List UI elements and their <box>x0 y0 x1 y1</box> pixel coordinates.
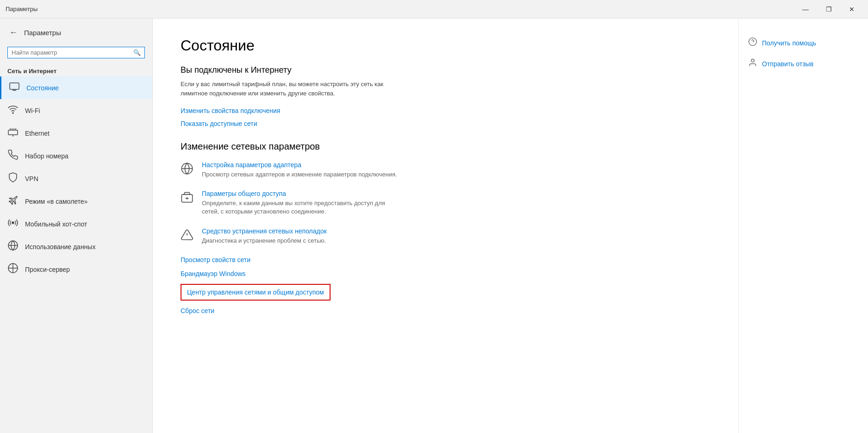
troubleshoot-settings-item: Средство устранения сетевых неполадок Ди… <box>181 227 711 245</box>
right-panel: Получить помощь Отправить отзыв <box>738 19 868 433</box>
connection-title: Вы подключены к Интернету <box>181 65 711 75</box>
sidebar-item-airplane-label: Режим «в самолете» <box>25 198 87 205</box>
send-feedback-item[interactable]: Отправить отзыв <box>748 58 859 69</box>
sidebar-header: ← Параметры <box>0 19 152 43</box>
page-title: Состояние <box>181 37 711 54</box>
sidebar-item-datausage[interactable]: Использование данных <box>0 235 152 258</box>
adapter-content: Настройка параметров адаптера Просмотр с… <box>202 161 711 179</box>
title-bar-left: Параметры <box>6 6 37 13</box>
sidebar: ← Параметры 🔍 Сеть и Интернет Состояние <box>0 19 153 433</box>
sharing-settings-item: Параметры общего доступа Определите, к к… <box>181 190 711 216</box>
sidebar-item-airplane[interactable]: Режим «в самолете» <box>0 190 152 213</box>
back-button[interactable]: ← <box>7 26 19 39</box>
troubleshoot-content: Средство устранения сетевых неполадок Ди… <box>202 227 711 245</box>
sidebar-category: Сеть и Интернет <box>0 62 152 76</box>
svg-point-25 <box>751 59 755 63</box>
sidebar-item-ethernet[interactable]: Ethernet <box>0 122 152 144</box>
sidebar-item-wifi-label: Wi-Fi <box>25 107 40 114</box>
title-bar-controls: — ❐ ✕ <box>795 2 862 17</box>
status-icon <box>9 81 20 94</box>
sharing-title[interactable]: Параметры общего доступа <box>202 190 711 197</box>
proxy-icon <box>7 263 19 276</box>
sidebar-item-vpn-label: VPN <box>25 175 38 182</box>
app-body: ← Параметры 🔍 Сеть и Интернет Состояние <box>0 19 868 433</box>
send-feedback-link[interactable]: Отправить отзыв <box>762 60 813 68</box>
minimize-button[interactable]: — <box>795 2 816 17</box>
section-title: Изменение сетевых параметров <box>181 141 711 152</box>
ethernet-icon <box>7 126 19 140</box>
connection-status: Вы подключены к Интернету Если у вас лим… <box>181 65 711 127</box>
get-help-link[interactable]: Получить помощь <box>762 39 816 47</box>
sharing-icon <box>181 191 194 207</box>
svg-point-3 <box>12 113 13 113</box>
title-bar: Параметры — ❐ ✕ <box>0 0 868 19</box>
connection-desc: Если у вас лимитный тарифный план, вы мо… <box>181 80 384 98</box>
troubleshoot-icon <box>181 228 194 244</box>
get-help-icon <box>748 37 757 49</box>
dialup-icon <box>7 149 19 163</box>
reset-link[interactable]: Сброс сети <box>181 307 711 314</box>
search-box[interactable]: 🔍 <box>7 47 145 58</box>
sidebar-item-hotspot-label: Мобильный хот-спот <box>25 220 87 228</box>
sharing-desc: Определите, к каким данным вы хотите пре… <box>202 199 401 216</box>
search-input[interactable] <box>12 49 131 56</box>
svg-point-10 <box>12 222 14 224</box>
sidebar-item-hotspot[interactable]: Мобильный хот-спот <box>0 213 152 235</box>
network-center-link[interactable]: Центр управления сетями и общим доступом <box>181 284 331 301</box>
search-icon: 🔍 <box>133 49 141 56</box>
show-networks-link[interactable]: Показать доступные сети <box>181 120 711 127</box>
svg-rect-4 <box>8 130 18 135</box>
sidebar-item-dialup[interactable]: Набор номера <box>0 144 152 167</box>
airplane-icon <box>7 195 19 208</box>
adapter-desc: Просмотр сетевых адаптеров и изменение п… <box>202 170 401 179</box>
sidebar-item-vpn[interactable]: VPN <box>0 167 152 190</box>
main-content: Состояние Вы подключены к Интернету Если… <box>153 19 738 433</box>
wifi-icon <box>7 104 19 117</box>
title-bar-title: Параметры <box>6 6 37 13</box>
sidebar-item-datausage-label: Использование данных <box>25 243 95 251</box>
sidebar-app-title: Параметры <box>24 29 61 37</box>
link-section: Просмотр свойств сети Брандмауэр Windows… <box>181 256 711 314</box>
datausage-icon <box>7 240 19 253</box>
firewall-link[interactable]: Брандмауэр Windows <box>181 270 711 277</box>
hotspot-icon <box>7 217 19 231</box>
sidebar-item-ethernet-label: Ethernet <box>25 130 50 137</box>
sidebar-item-status-label: Состояние <box>26 84 59 92</box>
maximize-button[interactable]: ❐ <box>818 2 839 17</box>
feedback-icon <box>748 58 757 69</box>
sidebar-item-status[interactable]: Состояние <box>0 76 152 99</box>
sidebar-item-wifi[interactable]: Wi-Fi <box>0 99 152 122</box>
change-props-link[interactable]: Изменить свойства подключения <box>181 107 711 114</box>
adapter-icon <box>181 162 194 178</box>
get-help-item[interactable]: Получить помощь <box>748 37 859 49</box>
sidebar-item-proxy[interactable]: Прокси-сервер <box>0 258 152 281</box>
troubleshoot-desc: Диагностика и устранение проблем с сетью… <box>202 237 401 245</box>
adapter-settings-item: Настройка параметров адаптера Просмотр с… <box>181 161 711 179</box>
troubleshoot-title[interactable]: Средство устранения сетевых неполадок <box>202 227 711 235</box>
network-props-link[interactable]: Просмотр свойств сети <box>181 256 711 264</box>
svg-point-23 <box>749 38 757 46</box>
sidebar-item-dialup-label: Набор номера <box>25 152 69 160</box>
close-button[interactable]: ✕ <box>841 2 862 17</box>
sidebar-item-proxy-label: Прокси-сервер <box>25 266 70 273</box>
svg-rect-0 <box>10 83 19 89</box>
vpn-icon <box>7 172 19 185</box>
sharing-content: Параметры общего доступа Определите, к к… <box>202 190 711 216</box>
adapter-title[interactable]: Настройка параметров адаптера <box>202 161 711 169</box>
